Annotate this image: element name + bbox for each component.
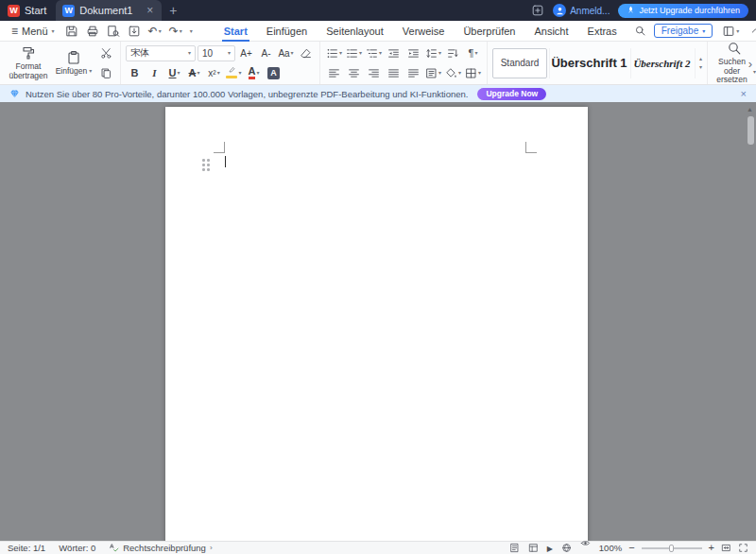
scroll-down-icon[interactable]: ▾ (699, 64, 702, 70)
align-right-button[interactable] (365, 65, 383, 81)
vertical-scrollbar-thumb[interactable] (747, 116, 754, 145)
tab-start[interactable]: Start (215, 21, 257, 42)
line-spacing-button[interactable]: ▾ (424, 45, 442, 61)
print-button[interactable] (85, 24, 100, 39)
justify-button[interactable] (385, 65, 403, 81)
zoom-percent[interactable]: 100% (599, 543, 622, 553)
main-menu-button[interactable]: ≡ Menü ▾ (6, 26, 60, 37)
play-view-button[interactable]: ▶ (547, 543, 553, 553)
italic-button[interactable]: I (146, 65, 163, 81)
print-layout-view-button[interactable] (509, 543, 520, 553)
undo-button[interactable]: ↶▾ (147, 25, 163, 38)
superscript-button[interactable]: x²▾ (205, 65, 223, 81)
bullet-list-button[interactable]: ▾ (325, 45, 343, 61)
zoom-slider[interactable] (642, 544, 702, 552)
share-button[interactable]: Freigabe ▾ (654, 24, 713, 38)
save-button[interactable] (64, 24, 79, 39)
clipboard-group: Format übertragen Einfügen▾ (2, 42, 121, 84)
borders-button[interactable]: ▾ (464, 65, 482, 81)
tab-seitenlayout[interactable]: Seitenlayout (317, 21, 393, 42)
collapse-ribbon-button[interactable] (748, 24, 756, 38)
wps-logo-icon: W (8, 5, 20, 17)
chevron-down-icon: ▾ (180, 28, 182, 34)
fullscreen-button[interactable] (738, 543, 748, 553)
distribute-button[interactable] (404, 65, 422, 81)
cut-button[interactable] (97, 45, 115, 61)
bold-button[interactable]: B (126, 65, 144, 81)
clear-format-button[interactable] (297, 45, 315, 61)
numbered-list-button[interactable]: ▾ (345, 45, 363, 61)
ribbon-search-button[interactable] (627, 25, 654, 37)
highlight-button[interactable]: ▾ (225, 65, 243, 81)
font-color-button[interactable]: A▾ (245, 65, 263, 81)
style-heading1[interactable]: Überschrift 1 (549, 48, 628, 78)
paste-button[interactable]: Einfügen▾ (52, 50, 95, 77)
justify-icon (387, 67, 400, 79)
increase-indent-button[interactable] (404, 45, 422, 61)
zoom-in-button[interactable]: + (709, 543, 714, 553)
char-shading-button[interactable]: A (265, 65, 283, 81)
underline-button[interactable]: U▾ (165, 65, 183, 81)
web-preview-button[interactable] (561, 543, 572, 553)
show-marks-button[interactable]: ¶▾ (464, 45, 482, 61)
word-count[interactable]: Wörter: 0 (59, 543, 95, 553)
decrease-font-button[interactable]: A- (257, 45, 275, 61)
tab-ueberpruefen[interactable]: Überprüfen (454, 21, 524, 42)
menu-bar: ≡ Menü ▾ ↶▾ ↷▾ ▾ Start Einfügen Seitenla… (0, 21, 756, 42)
sort-icon (447, 47, 459, 60)
interface-layout-button[interactable]: ▾ (721, 24, 740, 39)
paragraph-settings-button[interactable]: ▾ (424, 65, 442, 81)
play-icon: ▶ (547, 545, 553, 553)
document-tab-title: Dokument1 (79, 5, 140, 16)
web-layout-view-button[interactable] (528, 543, 539, 553)
zoom-slider-thumb[interactable] (669, 545, 674, 552)
ribbon-more-button[interactable]: › (748, 56, 752, 70)
multilevel-list-button[interactable]: ▾ (365, 45, 383, 61)
hamburger-icon: ≡ (11, 26, 18, 37)
strikethrough-button[interactable]: A▾ (185, 65, 203, 81)
new-tab-button[interactable]: + (162, 3, 184, 18)
scroll-up-icon[interactable]: ▲ (747, 106, 753, 113)
page-indicator[interactable]: Seite: 1/1 (8, 543, 45, 553)
document-page[interactable] (165, 107, 588, 541)
chevron-down-icon: ▾ (478, 70, 481, 76)
sort-button[interactable] (444, 45, 462, 61)
export-pdf-button[interactable] (127, 24, 142, 39)
document-tab[interactable]: W Dokument1 × (56, 0, 162, 21)
spellcheck-button[interactable]: Rechtschreibprüfung › (109, 543, 212, 553)
tab-einfuegen[interactable]: Einfügen (257, 21, 317, 42)
decrease-indent-button[interactable] (385, 45, 403, 61)
home-tab[interactable]: W Start (0, 0, 56, 21)
scroll-up-icon[interactable]: ▴ (699, 56, 702, 61)
account-button[interactable]: Anmeld... (553, 4, 610, 17)
copy-button[interactable] (97, 65, 115, 81)
upgrade-now-button[interactable]: Upgrade Now (477, 88, 546, 100)
avatar (553, 4, 566, 17)
redo-button[interactable]: ↷▾ (168, 25, 183, 38)
tab-verweise[interactable]: Verweise (393, 21, 455, 42)
fit-page-button[interactable] (721, 543, 731, 553)
align-left-button[interactable] (325, 65, 343, 81)
close-banner-icon[interactable]: × (741, 89, 747, 99)
format-painter-button[interactable]: Format übertragen (7, 45, 50, 81)
close-tab-icon[interactable]: × (145, 5, 155, 16)
tab-extras[interactable]: Extras (578, 21, 627, 42)
print-preview-button[interactable] (106, 24, 121, 39)
upgrade-button[interactable]: Jetzt Upgrade durchführen (618, 4, 748, 18)
style-standard[interactable]: Standard (492, 48, 547, 78)
margin-mark-top-right (525, 142, 537, 153)
qat-more-button[interactable]: ▾ (189, 27, 194, 35)
font-size-select[interactable]: 10 ▾ (198, 45, 235, 61)
change-case-button[interactable]: Aa▾ (277, 45, 295, 61)
workspace-icon[interactable] (531, 4, 544, 17)
style-heading2[interactable]: Überschrift 2 (630, 48, 693, 78)
chevron-down-icon: ▾ (228, 50, 231, 56)
increase-font-button[interactable]: A+ (237, 45, 255, 61)
shading-button[interactable]: ▾ (444, 65, 462, 81)
chevron-down-icon: ▾ (197, 70, 199, 76)
font-name-select[interactable]: 宋体 ▾ (126, 45, 196, 61)
zoom-out-button[interactable]: − (628, 543, 634, 553)
tab-ansicht[interactable]: Ansicht (524, 21, 577, 42)
align-center-button[interactable] (345, 65, 363, 81)
paragraph-drag-handle[interactable] (202, 159, 210, 171)
